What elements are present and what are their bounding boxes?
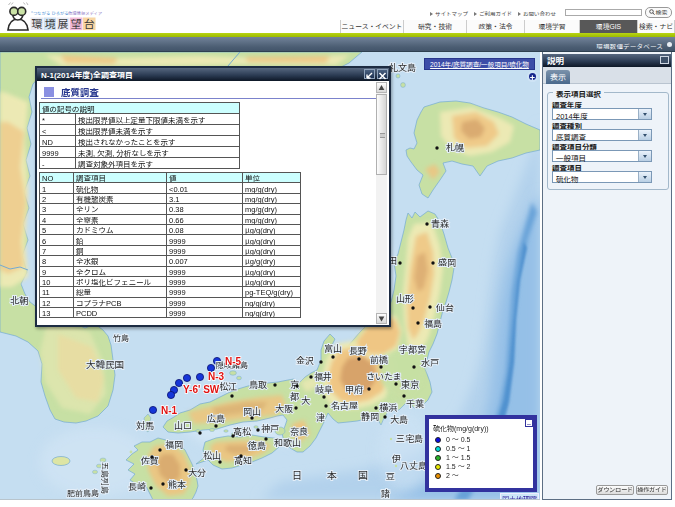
svg-text:山口: 山口 [174,419,192,432]
svg-text:N-1: N-1 [161,402,178,417]
svg-text:千葉: 千葉 [406,397,424,410]
svg-text:福島: 福島 [424,317,442,330]
svg-text:仙台: 仙台 [435,301,454,314]
svg-text:展: 展 [58,15,69,31]
svg-text:岡山: 岡山 [243,405,261,418]
svg-text:宇都宮: 宇都宮 [399,343,426,356]
svg-text:富山: 富山 [324,342,342,355]
svg-text:福井: 福井 [314,370,332,383]
svg-text:東京: 東京 [401,378,419,391]
svg-text:本: 本 [327,467,337,482]
svg-text:静岡: 静岡 [361,410,379,423]
svg-text:山形: 山形 [396,292,414,305]
svg-text:盛岡: 盛岡 [438,256,456,269]
svg-text:松山: 松山 [203,449,221,462]
svg-text:大韓民国: 大韓民国 [86,357,124,371]
svg-text:大: 大 [301,394,310,407]
svg-text:津: 津 [316,411,325,424]
svg-text:環: 環 [31,15,42,31]
svg-text:三宅島: 三宅島 [396,432,423,445]
svg-text:神戸: 神戸 [261,422,279,435]
svg-text:五島列島: 五島列島 [100,462,111,494]
svg-text:長崎: 長崎 [128,480,146,493]
svg-text:台: 台 [84,15,95,31]
svg-text:北朝: 北朝 [10,294,28,307]
svg-text:甲府: 甲府 [345,383,363,396]
svg-text:竹島: 竹島 [113,332,129,343]
svg-text:大島: 大島 [390,413,408,426]
svg-text:佐賀: 佐賀 [140,454,159,467]
svg-text:八丈島: 八丈島 [400,459,427,472]
svg-text:名古屋: 名古屋 [331,399,358,412]
svg-text:さいたま: さいたま [366,370,402,383]
svg-text:伊: 伊 [391,452,401,465]
svg-text:大阪: 大阪 [275,402,293,415]
svg-text:N-5: N-5 [225,353,242,368]
svg-text:鳥取: 鳥取 [249,378,267,391]
svg-text:高知: 高知 [234,454,252,467]
svg-text:対馬: 対馬 [136,419,154,432]
svg-text:大分: 大分 [188,466,206,479]
svg-text:望: 望 [71,15,82,31]
svg-text:Y-6' SW: Y-6' SW [183,381,220,396]
svg-text:諸: 諸 [381,487,390,500]
svg-text:水戸: 水戸 [421,356,439,369]
svg-text:豆: 豆 [386,470,395,483]
svg-text:福岡: 福岡 [165,438,183,451]
svg-text:礼文島: 礼文島 [389,61,416,74]
svg-text:熊本: 熊本 [168,478,186,491]
svg-text:境: 境 [44,15,55,31]
svg-text:高松: 高松 [233,425,251,438]
svg-text:日: 日 [292,467,302,482]
svg-text:青森: 青森 [431,217,449,230]
svg-text:長野: 長野 [349,344,367,357]
svg-text:国: 国 [358,467,368,482]
svg-text:肥前鳥島: 肥前鳥島 [67,487,99,498]
svg-text:前橋: 前橋 [370,353,388,366]
svg-text:徳島: 徳島 [247,439,266,452]
svg-text:和歌山: 和歌山 [274,436,301,449]
svg-text:岐阜: 岐阜 [315,383,333,396]
svg-text:金沢: 金沢 [296,354,314,367]
svg-text:札幌: 札幌 [446,141,464,154]
svg-text:広島: 広島 [207,412,225,425]
